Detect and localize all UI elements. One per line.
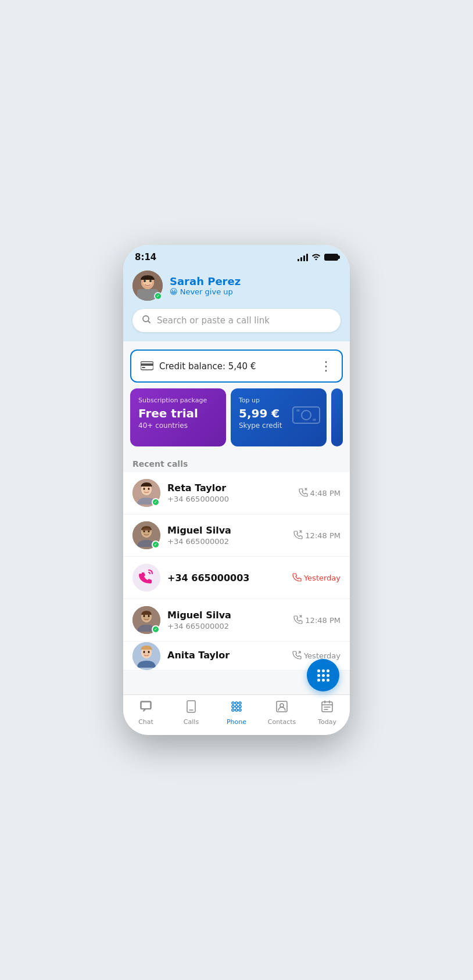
chat-icon [139,700,153,716]
svg-point-41 [232,702,234,704]
search-placeholder: Search or paste a call link [157,315,270,326]
nav-label-today: Today [318,718,336,726]
call-number-2: +34 665000002 [167,537,286,546]
user-info: Sarah Perez 😀 Never give up [170,275,341,296]
call-info-3: +34 665000003 [167,572,285,583]
svg-point-6 [149,280,152,282]
call-info-2: Miguel Silva +34 665000002 [167,525,286,546]
call-time-2: 12:48 PM [305,531,341,540]
svg-rect-14 [313,419,316,421]
promo-title-1: Free trial [138,406,218,420]
search-input-wrap[interactable]: Search or paste a call link [132,309,341,332]
avatar-anita [132,642,160,670]
promo-card-subscription[interactable]: Subscription package Free trial 40+ coun… [130,388,226,446]
call-item-3[interactable]: +34 665000003 Yesterday [123,557,350,599]
call-item-4[interactable]: Miguel Silva +34 665000002 12:48 PM [123,599,350,642]
status-time: 8:14 [135,252,156,262]
call-info-5: Anita Taylor [167,650,285,662]
svg-point-30 [148,615,150,617]
incoming-call-icon-4 [293,615,303,626]
nav-label-calls: Calls [184,718,199,726]
cash-icon [292,403,321,431]
svg-point-38 [235,702,238,704]
signal-icon [298,253,308,261]
call-name-2: Miguel Silva [167,525,286,536]
credit-icon [141,359,153,373]
nav-item-today[interactable]: Today [304,700,350,726]
status-icons [298,253,338,262]
missed-call-icon-3 [292,572,302,583]
promo-sub-1: 40+ countries [138,421,218,430]
call-meta-3: Yesterday [292,572,341,583]
call-meta-1: 4:48 PM [299,488,341,499]
wifi-icon [311,253,321,262]
call-time-3: Yesterday [304,574,341,582]
call-info-1: Reta Taylor +34 665000000 [167,482,292,503]
nav-label-phone: Phone [227,718,246,726]
call-number-4: +34 665000002 [167,622,286,630]
call-meta-2: 12:48 PM [293,530,341,541]
promo-label-1: Subscription package [138,397,218,404]
nav-item-contacts[interactable]: Contacts [259,700,304,726]
svg-point-46 [239,709,241,711]
call-name-5: Anita Taylor [167,650,285,661]
svg-rect-9 [141,363,153,366]
online-badge-2 [152,541,160,549]
dialpad-fab[interactable] [307,659,339,691]
nav-item-chat[interactable]: Chat [123,700,169,726]
svg-point-40 [235,709,238,711]
svg-point-45 [239,705,241,708]
call-name-1: Reta Taylor [167,482,292,493]
svg-point-39 [235,705,238,708]
search-icon [142,315,151,326]
nav-label-contacts: Contacts [268,718,296,726]
online-badge-1 [152,498,160,506]
user-header: Sarah Perez 😀 Never give up [123,266,350,309]
main-content: Credit balance: 5,40 € ⋮ Subscription pa… [123,341,350,694]
incoming-call-icon-1 [299,488,308,499]
svg-rect-10 [142,367,145,368]
user-name: Sarah Perez [170,275,341,287]
svg-point-44 [239,702,241,704]
svg-point-5 [144,280,146,282]
recent-calls-title: Recent calls [123,455,350,472]
search-bar-container: Search or paste a call link [123,309,350,341]
call-avatar-1 [132,479,160,507]
promo-card-topup[interactable]: Top up 5,99 € Skype credit [231,388,327,446]
nav-label-chat: Chat [138,718,153,726]
battery-icon [324,254,338,261]
phone-icon [230,700,243,716]
user-avatar-container[interactable] [132,271,163,301]
calls-list: Reta Taylor +34 665000000 4:48 PM [123,472,350,671]
svg-point-42 [232,705,234,708]
calls-icon [184,700,198,716]
bottom-nav: Chat Calls [123,694,350,735]
svg-rect-37 [187,701,195,712]
call-avatar-4 [132,606,160,634]
svg-rect-11 [293,407,320,423]
avatar-unknown [132,564,160,592]
call-item-1[interactable]: Reta Taylor +34 665000000 4:48 PM [123,472,350,514]
call-number-3: +34 665000003 [167,572,285,583]
call-avatar-2 [132,521,160,549]
svg-point-34 [144,651,145,653]
svg-point-19 [148,488,150,490]
credit-text: Credit balance: 5,40 € [159,361,256,372]
dialpad-icon [316,668,331,683]
incoming-call-icon-2 [293,530,303,541]
nav-item-calls[interactable]: Calls [169,700,214,726]
promo-card-partial [331,388,343,446]
call-avatar-5 [132,642,160,670]
promo-cards: Subscription package Free trial 40+ coun… [130,388,343,446]
call-time-4: 12:48 PM [305,616,341,625]
online-badge-4 [152,625,160,633]
credit-card[interactable]: Credit balance: 5,40 € ⋮ [130,350,343,383]
contacts-icon [275,700,289,716]
svg-point-18 [144,488,145,490]
call-item-2[interactable]: Miguel Silva +34 665000002 12:48 PM [123,514,350,557]
today-icon [320,700,334,716]
nav-item-phone[interactable]: Phone [214,700,259,726]
svg-rect-36 [141,701,151,709]
call-number-1: +34 665000000 [167,495,292,503]
more-options-button[interactable]: ⋮ [320,359,332,373]
